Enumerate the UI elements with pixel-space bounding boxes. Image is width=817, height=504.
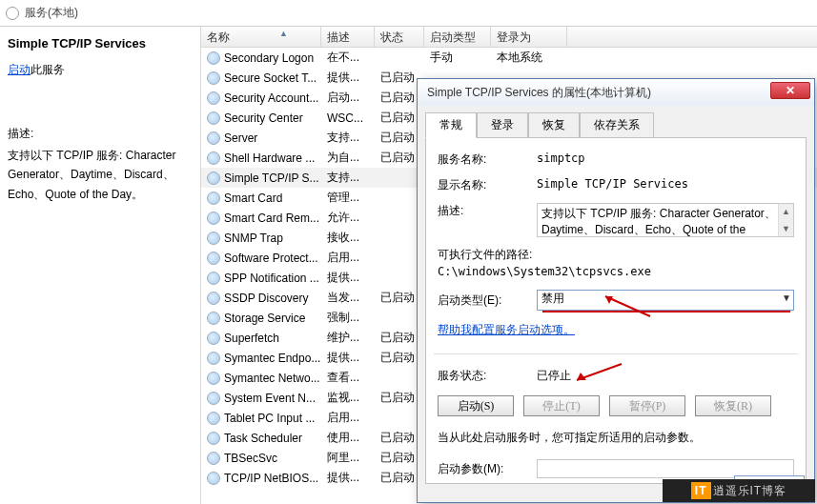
scroll-up-icon[interactable]: ▲ (779, 204, 793, 219)
value-exe-path: C:\windows\System32\tcpsvcs.exe (438, 265, 794, 278)
properties-dialog: Simple TCP/IP Services 的属性(本地计算机) ✕ 常规 登… (417, 78, 815, 503)
col-startup[interactable]: 启动类型 (424, 27, 491, 47)
divider (434, 353, 798, 354)
service-icon (207, 412, 220, 425)
table-row[interactable]: Secondary Logon在不...手动本地系统 (201, 48, 817, 68)
note-text: 当从此处启动服务时，您可指定所适用的启动参数。 (438, 430, 794, 446)
service-icon (207, 452, 220, 465)
value-service-name: simptcp (537, 151, 794, 165)
desc-scrollbar[interactable]: ▲ ▼ (778, 204, 793, 236)
startup-type-select[interactable]: 禁用 ▼ (537, 290, 794, 311)
dialog-titlebar[interactable]: Simple TCP/IP Services 的属性(本地计算机) ✕ (418, 79, 814, 106)
service-icon (207, 292, 220, 305)
label-display-name: 显示名称: (438, 177, 537, 193)
pause-button: 暂停(P) (609, 395, 685, 416)
tab-logon[interactable]: 登录 (477, 112, 528, 138)
label-status: 服务状态: (438, 368, 537, 384)
top-bar: 服务(本地) (0, 0, 817, 27)
label-desc: 描述: (438, 203, 537, 219)
service-icon (207, 312, 220, 325)
col-desc[interactable]: 描述 (321, 27, 375, 47)
service-icon (207, 332, 220, 345)
stop-button: 停止(T) (523, 395, 600, 416)
service-icon (207, 232, 220, 245)
tab-general[interactable]: 常规 (425, 112, 477, 138)
chevron-down-icon: ▼ (782, 292, 791, 303)
close-icon[interactable]: ✕ (770, 82, 810, 99)
tab-deps[interactable]: 依存关系 (580, 112, 654, 138)
service-icon (207, 372, 220, 385)
service-icon (207, 212, 220, 225)
service-icon (207, 252, 220, 265)
label-exe-path: 可执行文件的路径: (438, 247, 794, 263)
desc-label: 描述: (8, 126, 193, 142)
desc-textbox[interactable]: 支持以下 TCP/IP 服务: Character Generator、Dayt… (537, 203, 794, 237)
dialog-body: 服务名称: simptcp 显示名称: Simple TCP/IP Servic… (425, 137, 807, 484)
label-service-name: 服务名称: (438, 151, 537, 168)
top-title: 服务(本地) (25, 5, 78, 21)
service-icon (207, 352, 220, 365)
annotation-underline (542, 311, 790, 312)
service-icon (207, 171, 220, 185)
service-icon (207, 71, 220, 85)
service-icon (207, 91, 220, 105)
watermark: IT 逍遥乐IT博客 (663, 479, 815, 502)
service-icon (207, 432, 220, 445)
dialog-title: Simple TCP/IP Services 的属性(本地计算机) (427, 85, 651, 101)
dialog-tabs: 常规 登录 恢复 依存关系 (418, 106, 814, 137)
value-display-name: Simple TCP/IP Services (537, 177, 794, 191)
service-icon (207, 51, 220, 65)
start-service-link[interactable]: 启动 (8, 63, 31, 76)
list-header: 名称▲ 描述 状态 启动类型 登录为 (201, 27, 817, 48)
start-button[interactable]: 启动(S) (438, 395, 514, 416)
service-icon (207, 151, 220, 165)
scroll-down-icon[interactable]: ▼ (779, 221, 793, 236)
service-description: 支持以下 TCP/IP 服务: Character Generator、Dayt… (8, 146, 193, 204)
tab-recovery[interactable]: 恢复 (528, 112, 580, 138)
service-icon (207, 192, 220, 205)
col-logon[interactable]: 登录为 (491, 27, 567, 47)
start-service-line: 启动此服务 (8, 62, 193, 78)
label-startup-type: 启动类型(E): (438, 292, 537, 309)
selected-service-title: Simple TCP/IP Services (8, 36, 193, 50)
service-icon (207, 472, 220, 485)
gear-icon (6, 7, 19, 20)
help-link[interactable]: 帮助我配置服务启动选项。 (438, 322, 575, 338)
sort-arrow-icon: ▲ (279, 29, 288, 38)
label-params: 启动参数(M): (438, 461, 537, 477)
col-name[interactable]: 名称▲ (201, 27, 321, 47)
service-icon (207, 272, 220, 285)
service-icon (207, 111, 220, 125)
service-icon (207, 392, 220, 405)
left-panel: Simple TCP/IP Services 启动此服务 描述: 支持以下 TC… (0, 27, 201, 504)
value-status: 已停止 (537, 368, 794, 384)
col-status[interactable]: 状态 (375, 27, 424, 47)
resume-button: 恢复(R) (695, 395, 771, 416)
service-icon (207, 131, 220, 145)
